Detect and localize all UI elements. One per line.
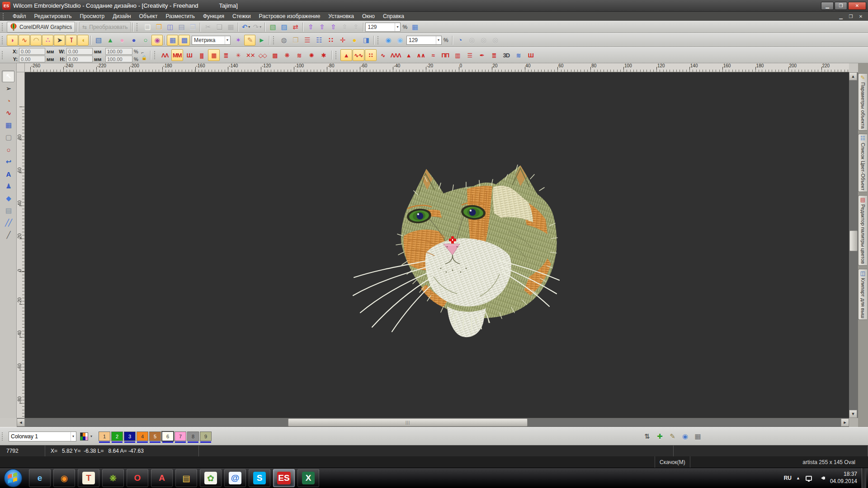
- send-to-machine-button[interactable]: ⇧: [305, 22, 316, 33]
- redo-button[interactable]: ↷ ▾: [251, 22, 263, 33]
- reshape-highlight-button[interactable]: ✎: [244, 35, 255, 46]
- cross-stitch-button[interactable]: ✕✕: [245, 49, 256, 61]
- machine-manager-button[interactable]: ⇪: [350, 22, 361, 33]
- liquid-effect-button[interactable]: ≈: [427, 49, 439, 61]
- design-window-button[interactable]: ◨: [360, 35, 372, 46]
- color-swatch[interactable]: 2: [111, 432, 123, 441]
- fill-tool[interactable]: ◆: [2, 192, 14, 204]
- menu-item[interactable]: Функция: [199, 12, 228, 20]
- tatami-fill-button[interactable]: ▦: [208, 49, 220, 61]
- background-button[interactable]: ❒: [290, 35, 301, 46]
- notes-tool[interactable]: ▤: [2, 205, 14, 216]
- feather-edge-button[interactable]: ▥: [452, 49, 463, 61]
- wave-fill-blue-button[interactable]: ≋: [513, 49, 524, 61]
- satin-stitch-button[interactable]: ΛΛ: [159, 49, 171, 61]
- horizontal-scrollbar[interactable]: ◄ ||| ►: [17, 418, 849, 427]
- ladder-stitch-button[interactable]: ≣: [488, 49, 500, 61]
- taskbar-skype[interactable]: S: [249, 469, 270, 487]
- zoom-1-1-button[interactable]: ◎: [478, 35, 489, 46]
- taskbar-clock[interactable]: 18:37 04.09.2014: [830, 471, 857, 485]
- stitch-player-button[interactable]: ►: [256, 35, 267, 46]
- contour-fill-button[interactable]: ≋: [293, 49, 305, 61]
- menu-item[interactable]: Установка: [324, 12, 358, 20]
- metric-combo[interactable]: Метрика ▾: [192, 36, 231, 45]
- tab-palette-editor[interactable]: ▤ Редактор палитры цветов: [858, 195, 867, 266]
- satin-special-button[interactable]: MM: [171, 49, 183, 61]
- palette-button[interactable]: ▾: [80, 431, 92, 442]
- add-color-button[interactable]: ✚: [655, 431, 665, 441]
- edit-color-button[interactable]: ✎: [667, 431, 677, 441]
- pattern-fill-button[interactable]: ▩: [269, 49, 281, 61]
- stitch-markers-button[interactable]: ✛: [337, 35, 348, 46]
- penetration-select-tool[interactable]: ➤: [54, 35, 65, 46]
- color-swatch[interactable]: 8: [187, 432, 199, 441]
- motif-run-tool[interactable]: ∴: [42, 35, 53, 46]
- hoop-button[interactable]: ◍: [278, 35, 289, 46]
- program-split-button[interactable]: ✳: [232, 49, 244, 61]
- scroll-left-button[interactable]: ◄: [17, 418, 25, 427]
- y-field[interactable]: [19, 56, 45, 62]
- zigzag-outline-button[interactable]: ∿∿: [353, 49, 364, 61]
- menu-item[interactable]: Справка: [379, 12, 408, 20]
- magic-fill-button[interactable]: ●: [116, 35, 127, 46]
- canvas-zoom-combo[interactable]: 129 ▾: [406, 36, 442, 45]
- print-preview-button[interactable]: ❒: [187, 22, 198, 33]
- jagged-edge-button[interactable]: ΠΠ: [439, 49, 451, 61]
- chevron-down-icon[interactable]: ▾: [90, 434, 92, 438]
- color-swatch[interactable]: 1: [99, 432, 110, 441]
- motif-outline-button[interactable]: ∷: [365, 49, 377, 61]
- mesh-fill-button[interactable]: ◇◇: [257, 49, 269, 61]
- monogram-tool[interactable]: ♟: [2, 180, 14, 192]
- taskbar-excel[interactable]: X: [297, 469, 319, 487]
- wave-effect-button[interactable]: ▲: [403, 49, 415, 61]
- stitch-fish-tool[interactable]: ◖: [77, 35, 89, 46]
- palette-settings-button[interactable]: ▦: [693, 431, 703, 441]
- exchange-design-button[interactable]: ⇄: [289, 22, 301, 33]
- florentine-effect-button[interactable]: ∧∧: [415, 49, 427, 61]
- colorway-cycle-button[interactable]: ⇅: [642, 431, 652, 441]
- show-desktop-button[interactable]: [862, 468, 866, 488]
- tab-clipart[interactable]: ◫ Клипарт для выш: [858, 269, 867, 320]
- craft-stitch-button[interactable]: ✒: [476, 49, 488, 61]
- auto-digitize-button[interactable]: ▲: [104, 35, 116, 46]
- vertical-scroll-thumb[interactable]: [849, 230, 858, 251]
- lettering-tool[interactable]: A: [2, 168, 14, 180]
- column-tool[interactable]: ⊺: [66, 35, 77, 46]
- mdi-restore-button[interactable]: ❐: [847, 14, 854, 19]
- minimize-button[interactable]: ▁: [821, 2, 834, 10]
- color-swatch[interactable]: 4: [137, 432, 148, 441]
- convert-button[interactable]: ⇆ Преобразовать: [79, 22, 131, 33]
- taskbar-tes[interactable]: Т: [78, 469, 99, 487]
- radial-fill-button[interactable]: ✺: [306, 49, 317, 61]
- chevron-down-icon[interactable]: ▾: [225, 36, 228, 44]
- trapunto-button[interactable]: Ш: [525, 49, 537, 61]
- zoom-level-combo[interactable]: 129 ▾: [365, 23, 401, 32]
- insert-picture-button[interactable]: ▧: [267, 22, 278, 33]
- travel-tool-button[interactable]: ◔: [454, 35, 466, 46]
- start-button[interactable]: [4, 469, 23, 488]
- snap-grid-button[interactable]: ▩: [179, 35, 190, 46]
- color-blend-button[interactable]: ◉: [151, 35, 163, 46]
- paste-button[interactable]: ▦: [225, 22, 236, 33]
- new-design-button[interactable]: ❏: [142, 22, 153, 33]
- chevron-down-icon[interactable]: ▾: [71, 432, 74, 441]
- chevron-down-icon[interactable]: ▾: [436, 36, 439, 44]
- zoom-in-button[interactable]: ◉: [382, 35, 394, 46]
- show-grid-button[interactable]: ▦: [167, 35, 178, 46]
- color-swatch[interactable]: 9: [200, 432, 212, 441]
- close-button[interactable]: ✕: [848, 2, 866, 10]
- weave-fill-button[interactable]: ≣: [220, 49, 232, 61]
- zoom-box-button[interactable]: ◎: [490, 35, 501, 46]
- menu-item[interactable]: Окно: [358, 12, 379, 20]
- ellipse-tool[interactable]: ○: [2, 144, 14, 155]
- color-swatch[interactable]: 7: [175, 432, 186, 441]
- taskbar-green-leaf-app[interactable]: ✿: [200, 469, 222, 487]
- menu-item[interactable]: Стежки: [228, 12, 255, 20]
- w-field[interactable]: [66, 48, 93, 55]
- transform-tool[interactable]: ▦: [2, 119, 14, 131]
- digitize-closed-shape-tool[interactable]: ◗: [7, 35, 18, 46]
- dropdown-arrow-icon[interactable]: ▾: [259, 25, 261, 29]
- scroll-up-button[interactable]: ▲: [849, 72, 857, 80]
- zoom-out-button[interactable]: ◉: [394, 35, 406, 46]
- color-picker-button[interactable]: ◉: [680, 431, 690, 441]
